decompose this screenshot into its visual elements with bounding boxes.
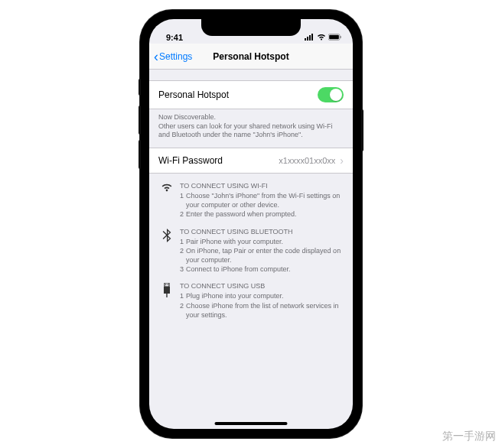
phone-frame: 9:41 ‹ Settings Personal Hotspot — [140, 10, 362, 438]
chevron-right-icon: › — [340, 154, 344, 167]
svg-rect-6 — [341, 36, 341, 38]
hotspot-toggle-row[interactable]: Personal Hotspot — [149, 80, 353, 109]
svg-rect-10 — [164, 287, 170, 294]
svg-rect-1 — [307, 37, 308, 41]
wifi-password-label: Wi-Fi Password — [158, 155, 223, 166]
wifi-step-2: Enter the password when prompted. — [186, 209, 297, 219]
screen: 9:41 ‹ Settings Personal Hotspot — [149, 19, 353, 429]
instructions-wifi-heading: TO CONNECT USING WI-FI — [180, 181, 344, 190]
hotspot-toggle[interactable] — [318, 87, 344, 102]
page-title: Personal Hotspot — [213, 51, 288, 62]
svg-rect-5 — [329, 35, 339, 40]
svg-rect-3 — [311, 34, 313, 41]
instructions-bluetooth: TO CONNECT USING BLUETOOTH 1Pair iPhone … — [149, 219, 353, 274]
battery-icon — [328, 33, 342, 42]
wifi-password-value: x1xxxx01xx0xx — [279, 156, 335, 165]
volume-down-button — [139, 140, 141, 169]
discoverable-helper: Now Discoverable. Other users can look f… — [149, 109, 353, 148]
wifi-step-1: Choose "John's iPhone" from the Wi-Fi se… — [186, 191, 344, 209]
instructions-wifi: TO CONNECT USING WI-FI 1Choose "John's i… — [149, 174, 353, 219]
cellular-icon — [305, 33, 315, 42]
bt-step-3: Connect to iPhone from computer. — [186, 265, 291, 274]
bt-step-1: Pair iPhone with your computer. — [186, 237, 283, 246]
usb-step-2: Choose iPhone from the list of network s… — [186, 301, 344, 320]
status-time: 9:41 — [166, 33, 183, 42]
volume-up-button — [139, 106, 141, 135]
wifi-password-row[interactable]: Wi-Fi Password x1xxxx01xx0xx › — [149, 148, 353, 174]
status-indicators — [305, 33, 342, 42]
svg-rect-0 — [305, 38, 306, 41]
notch — [201, 19, 301, 36]
back-button[interactable]: ‹ Settings — [154, 50, 192, 63]
chevron-left-icon: ‹ — [154, 50, 158, 63]
content: Personal Hotspot Now Discoverable. Other… — [149, 70, 353, 429]
usb-step-1: Plug iPhone into your computer. — [186, 291, 284, 300]
hotspot-label: Personal Hotspot — [158, 89, 229, 100]
svg-rect-8 — [165, 284, 166, 286]
nav-bar: ‹ Settings Personal Hotspot — [149, 44, 353, 70]
mute-switch — [139, 79, 141, 96]
svg-rect-9 — [168, 284, 168, 286]
wifi-icon — [317, 33, 326, 42]
side-button — [361, 109, 363, 151]
svg-rect-11 — [166, 294, 167, 297]
svg-rect-2 — [309, 35, 311, 41]
instructions-usb-heading: TO CONNECT USING USB — [180, 281, 344, 291]
wifi-icon — [158, 181, 175, 219]
helper-line-2: Other users can look for your shared net… — [158, 122, 344, 140]
instructions-usb: TO CONNECT USING USB 1Plug iPhone into y… — [149, 274, 353, 320]
home-indicator[interactable] — [215, 422, 288, 425]
svg-rect-7 — [165, 283, 169, 287]
watermark: 第一手游网 — [442, 430, 496, 443]
back-label: Settings — [159, 51, 192, 62]
instructions-bluetooth-heading: TO CONNECT USING BLUETOOTH — [180, 227, 344, 236]
helper-line-1: Now Discoverable. — [158, 113, 344, 122]
bluetooth-icon — [158, 227, 175, 274]
usb-icon — [158, 281, 175, 320]
bt-step-2: On iPhone, tap Pair or enter the code di… — [186, 246, 344, 265]
